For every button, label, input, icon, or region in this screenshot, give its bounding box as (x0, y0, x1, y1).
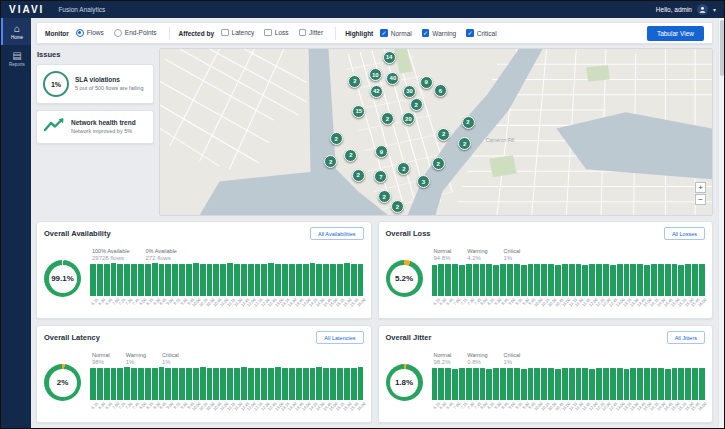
chart-bar (296, 264, 302, 297)
chart-bar (316, 264, 322, 296)
map-marker[interactable]: 2 (330, 132, 343, 145)
tabular-view-button[interactable]: Tabular View (647, 26, 704, 41)
chart-bar (445, 264, 451, 296)
checkbox-icon (299, 29, 307, 37)
checkbox-critical[interactable]: Critical (466, 29, 496, 37)
radio-label: Flows (87, 29, 104, 36)
chart-bar (111, 368, 117, 401)
chart-bar (310, 263, 316, 296)
map-marker[interactable]: 2 (391, 200, 404, 213)
x-axis-label: 8:15 (145, 297, 152, 309)
all-losses-button[interactable]: All Losses (664, 227, 705, 240)
chart-bar (220, 264, 226, 297)
checkbox-icon (422, 29, 430, 37)
loss-trend-chart: 6:156:306:457:007:157:307:458:008:158:30… (432, 263, 706, 309)
x-axis-label: 6:30 (438, 401, 445, 413)
map-marker[interactable]: 15 (352, 105, 365, 118)
map-marker[interactable]: 2 (462, 116, 475, 129)
sla-gauge: 1% (43, 71, 69, 97)
map-marker[interactable]: 10 (369, 68, 382, 81)
chart-bar (268, 368, 274, 401)
chart-bar (589, 369, 595, 401)
health-card-title: Network health trend (71, 119, 136, 126)
map-marker[interactable]: 2 (410, 98, 423, 111)
zoom-out-button[interactable]: − (695, 194, 706, 205)
map-marker[interactable]: 14 (383, 51, 396, 64)
user-avatar-icon[interactable] (697, 4, 708, 15)
chart-bar (282, 368, 288, 400)
map-marker[interactable]: 42 (370, 85, 383, 98)
radio-end-points[interactable]: End-Points (114, 29, 157, 37)
window-scrollbar[interactable] (718, 18, 724, 428)
jitter-stats: Normal 98.2% Warning 0.8% Critical 1% (432, 352, 706, 366)
chart-bar (562, 368, 568, 401)
sla-card-title: SLA violations (75, 76, 144, 83)
chart-bar (480, 368, 486, 400)
x-axis-label: 7:00 (111, 401, 118, 413)
stat-label: Normal (434, 352, 452, 358)
latency-gauge: 2% (44, 364, 81, 401)
all-latencies-button[interactable]: All Latencies (316, 331, 363, 344)
map-marker[interactable]: 2 (352, 169, 365, 182)
checkbox-label: Warning (432, 30, 456, 37)
chart-bar (699, 368, 705, 400)
map-marker[interactable]: 6 (434, 84, 447, 97)
checkbox-normal[interactable]: Normal (380, 29, 411, 37)
all-jitters-button[interactable]: All Jitters (667, 331, 705, 344)
map-marker[interactable]: 9 (420, 76, 433, 89)
chart-bar (521, 369, 527, 401)
divider (335, 27, 336, 40)
map-marker[interactable]: 2 (378, 190, 391, 203)
scrollbar-thumb[interactable] (720, 20, 724, 76)
chart-bar (432, 265, 438, 297)
x-axis-label: 9:30 (179, 297, 186, 309)
all-availabilities-button[interactable]: All Availabilities (310, 227, 364, 240)
x-axis-label: 6:15 (432, 297, 439, 309)
checkbox-warning[interactable]: Warning (422, 29, 456, 37)
chart-bar (534, 264, 540, 296)
x-axis-label: 16:00 (357, 401, 364, 413)
chart-bar (131, 264, 137, 296)
chart-bar (569, 368, 575, 400)
chart-bar (651, 368, 657, 401)
chevron-down-icon[interactable]: ▾ (713, 6, 716, 13)
chart-bar (234, 368, 240, 400)
chart-bar (248, 368, 254, 400)
radio-flows[interactable]: Flows (76, 29, 104, 37)
zoom-in-button[interactable]: + (695, 182, 706, 193)
map-marker[interactable]: 2 (432, 157, 445, 170)
stat: 100% Available 29728 flows (92, 248, 130, 262)
sla-violations-card[interactable]: 1% SLA violations 5 out of 500 flows are… (36, 64, 154, 104)
checkbox-jitter[interactable]: Jitter (299, 29, 324, 37)
map-marker[interactable]: 30 (403, 85, 416, 98)
checkbox-loss[interactable]: Loss (264, 29, 288, 37)
map[interactable]: Cameron Fill 141040294230621522022229222… (159, 48, 713, 216)
x-axis-label: 6:45 (104, 297, 111, 309)
sidebar-item-home[interactable]: ⌂ Home (1, 18, 31, 45)
x-axis-label: 7:15 (459, 297, 466, 309)
x-axis-label: 8:00 (479, 401, 486, 413)
checkbox-latency[interactable]: Latency (221, 29, 254, 37)
x-axis-label: 8:45 (500, 297, 507, 309)
chart-bar (330, 368, 336, 401)
map-marker[interactable]: 40 (386, 72, 399, 85)
chart-bar (466, 368, 472, 400)
chart-bar (610, 368, 616, 400)
health-card-subtitle: Network improved by 5% (71, 128, 136, 135)
chart-bar (213, 368, 219, 401)
chart-bar (665, 264, 671, 296)
sidebar-item-reports[interactable]: ▤ Reports (1, 45, 31, 72)
top-bar: VIAVI Fusion Analytics Hello, admin ▾ (1, 1, 724, 18)
chart-bar (200, 264, 206, 296)
chart-bar (692, 264, 698, 296)
chart-bar (603, 368, 609, 401)
x-axis-label: 8:00 (138, 401, 145, 413)
stat-label: Normal (434, 248, 452, 254)
chart-bar (630, 368, 636, 401)
stat-value: 272 flows (146, 255, 177, 261)
stat-label: 100% Available (92, 248, 130, 254)
stat-value: 1% (504, 359, 521, 365)
chart-bar (97, 264, 103, 297)
stat: Normal 94.8% (434, 248, 452, 262)
network-health-card[interactable]: Network health trend Network improved by… (36, 110, 154, 144)
